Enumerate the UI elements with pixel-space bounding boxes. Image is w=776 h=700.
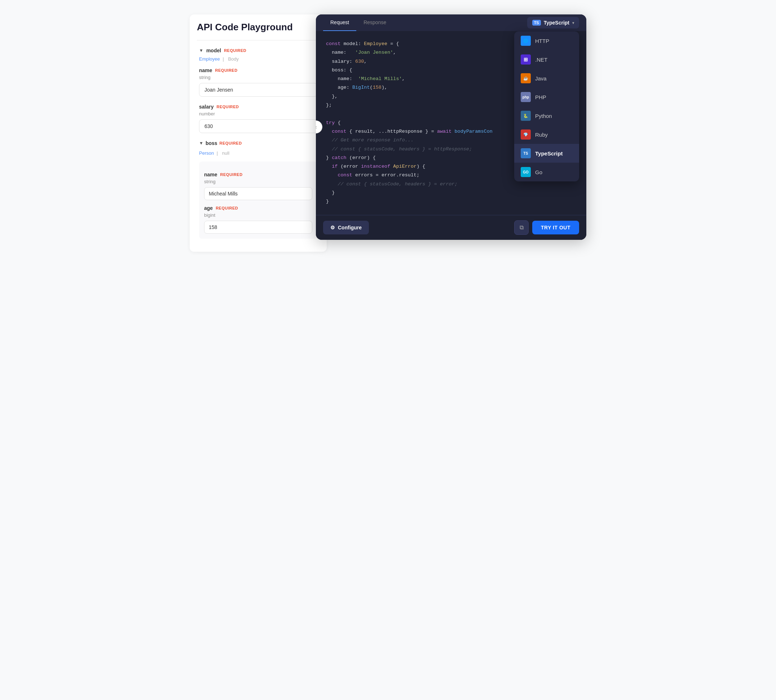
body-label: Body (228, 56, 239, 62)
lang-option-python[interactable]: 🐍 Python (514, 107, 579, 125)
model-header: ▼ model REQUIRED (193, 48, 323, 56)
page-title: API Code Playground (193, 22, 323, 33)
salary-label: salary (199, 104, 213, 110)
boss-name-type: string (204, 179, 312, 184)
boss-label: boss (206, 140, 217, 146)
boss-age-type: bigint (204, 212, 312, 218)
tab-list: Request Response (323, 15, 393, 31)
salary-field-header: salary REQUIRED (199, 104, 317, 110)
java-icon: ☕ (521, 73, 531, 83)
name-label: name (199, 67, 212, 73)
name-input[interactable] (199, 83, 317, 97)
lang-option-java[interactable]: ☕ Java (514, 69, 579, 88)
name-type: string (199, 75, 317, 80)
lang-option-ruby[interactable]: 💎 Ruby (514, 125, 579, 144)
python-label: Python (535, 113, 552, 119)
boss-header: ▼ boss REQUIRED (193, 140, 323, 149)
tab-request[interactable]: Request (323, 15, 356, 31)
ruby-label: Ruby (535, 132, 548, 138)
boss-chevron-icon: ▼ (199, 141, 203, 146)
code-tabs-bar: Request Response TS TypeScript ▾ 🌐 HTTP (316, 15, 586, 31)
boss-name-label: name (204, 172, 217, 177)
boss-pipe-separator: | (217, 150, 219, 156)
boss-name-required-badge: REQUIRED (220, 172, 243, 177)
language-selector-wrapper: TS TypeScript ▾ 🌐 HTTP ⊞ .NET ☕ (527, 17, 579, 28)
copy-button[interactable]: ⧉ (514, 220, 529, 235)
model-required-badge: REQUIRED (224, 48, 246, 53)
configure-button[interactable]: ⚙ Configure (323, 221, 369, 234)
salary-field-group: salary REQUIRED number (193, 104, 323, 140)
boss-required-badge: REQUIRED (220, 141, 242, 145)
boss-age-label: age (204, 205, 213, 211)
salary-required-badge: REQUIRED (216, 105, 239, 109)
footer-right: ⧉ TRY IT OUT (514, 220, 579, 235)
model-label: model (206, 48, 221, 53)
gear-icon: ⚙ (330, 225, 335, 230)
language-dropdown: 🌐 HTTP ⊞ .NET ☕ Java php PHP (514, 32, 579, 182)
person-link[interactable]: Person (199, 150, 214, 156)
boss-age-input[interactable] (204, 221, 312, 234)
lang-option-dotnet[interactable]: ⊞ .NET (514, 50, 579, 69)
lang-option-typescript[interactable]: TS TypeScript (514, 144, 579, 163)
salary-input[interactable] (199, 119, 317, 133)
name-field-header: name REQUIRED (199, 67, 317, 73)
lang-option-http[interactable]: 🌐 HTTP (514, 32, 579, 50)
chevron-down-icon: ▾ (572, 21, 574, 25)
boss-name-input[interactable] (204, 187, 312, 200)
dotnet-icon: ⊞ (521, 55, 531, 65)
boss-age-required-badge: REQUIRED (216, 206, 238, 210)
http-label: HTTP (535, 38, 549, 44)
php-icon: php (521, 92, 531, 102)
dotnet-label: .NET (535, 57, 547, 63)
selected-language-label: TypeScript (544, 20, 570, 26)
ts-badge: TS (532, 20, 541, 26)
ruby-icon: 💎 (521, 130, 531, 140)
boss-name-header: name REQUIRED (204, 172, 312, 177)
chevron-down-icon: ▼ (199, 48, 203, 53)
try-it-out-button[interactable]: TRY IT OUT (532, 221, 579, 234)
name-required-badge: REQUIRED (215, 68, 238, 72)
boss-age-field: age REQUIRED bigint (204, 205, 312, 234)
boss-age-header: age REQUIRED (204, 205, 312, 211)
language-selector-button[interactable]: TS TypeScript ▾ (527, 17, 579, 28)
right-panel: ‹ Request Response TS TypeScript ▾ 🌐 HTT… (316, 15, 586, 240)
boss-nested-group: name REQUIRED string age REQUIRED bigint (199, 162, 317, 239)
name-field-group: name REQUIRED string (193, 67, 323, 104)
pipe-separator: | (223, 56, 225, 62)
http-icon: 🌐 (521, 36, 531, 46)
php-label: PHP (535, 94, 546, 100)
salary-type: number (199, 111, 317, 117)
employee-link[interactable]: Employee (199, 56, 220, 62)
go-icon: GO (521, 167, 531, 177)
java-label: Java (535, 75, 547, 82)
tab-response[interactable]: Response (356, 15, 393, 31)
model-links: Employee | Body (193, 56, 323, 67)
typescript-icon: TS (521, 148, 531, 158)
code-footer: ⚙ Configure ⧉ TRY IT OUT (316, 215, 586, 240)
boss-type-links: Person | null (193, 150, 323, 162)
python-icon: 🐍 (521, 111, 531, 121)
boss-name-field: name REQUIRED string (204, 172, 312, 200)
typescript-label: TypeScript (535, 150, 563, 157)
configure-label: Configure (338, 225, 362, 230)
left-panel: API Code Playground ▼ model REQUIRED Emp… (190, 15, 327, 252)
lang-option-php[interactable]: php PHP (514, 88, 579, 107)
divider (197, 40, 320, 40)
lang-option-go[interactable]: GO Go (514, 163, 579, 182)
go-label: Go (535, 169, 542, 175)
null-label: null (222, 150, 229, 156)
